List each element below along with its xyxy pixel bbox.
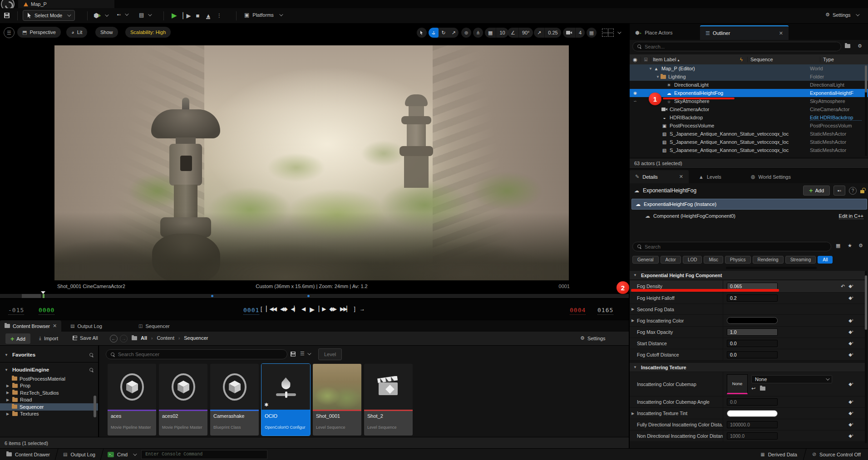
end-frame-field[interactable]: 0165 [597,307,613,315]
component-row[interactable]: ☁ Component (HeightFogComponent0) Edit i… [631,210,867,221]
output-log-button[interactable]: ▤ Output Log [57,452,102,457]
tab-world-settings[interactable]: ◍ World Settings [745,170,796,183]
perspective-button[interactable]: ⬒ Perspective [17,27,61,38]
asset-tile-aces[interactable]: acesMovie Pipeline Master [108,364,156,436]
cubemap-dropdown[interactable]: None [751,375,832,383]
eye-column-icon[interactable]: ◉ [630,57,641,63]
browse-to-asset-icon[interactable] [760,386,765,391]
keyframe-icon[interactable]: + [848,400,853,404]
prop-fog-cutoff-distance[interactable]: Fog Cutoff Distance 0.0 + [630,349,866,361]
outliner-settings-icon[interactable]: ⚙ [858,43,862,49]
close-icon[interactable]: ✕ [53,323,57,329]
to-end-button[interactable]: ▶▶▏ [340,306,350,313]
expander-icon[interactable]: ▼ [656,75,661,79]
chip-actor[interactable]: Actor [661,256,681,264]
keyframe-icon[interactable]: + [848,318,853,323]
chip-misc[interactable]: Misc [704,256,723,264]
start-frame-field[interactable]: 0000 [39,307,54,315]
tab-place-actors[interactable]: ⬢+ Place Actors [630,25,678,40]
prop-fog-height-falloff[interactable]: Fog Height Falloff 0.2 + [630,293,866,304]
asset-search-bar[interactable] [106,349,287,359]
create-folder-icon[interactable]: + [845,44,851,49]
cmd-button[interactable]: >_ Cmd [102,452,141,457]
favorites-star-icon[interactable]: ★ [848,243,852,249]
import-button[interactable]: ⤓ Import [39,335,58,341]
outliner-row-postprocessvolume[interactable]: ▣ PostProcessVolume PostProcessVolum [630,122,868,130]
search-icon[interactable] [89,353,94,357]
console-command-bar[interactable] [141,450,267,459]
outliner-search-bar[interactable] [632,42,841,51]
chip-rendering[interactable]: Rendering [753,256,784,264]
outliner-scrollbar[interactable] [865,65,867,156]
outliner-row-hdribackdrop[interactable]: ◒ HDRIBackdrop Edit HDRIBackdrop [630,113,868,122]
end-frame-red-field[interactable]: 0004 [570,307,586,315]
eye-icon[interactable]: ◉ [632,91,638,95]
details-search-input[interactable] [645,244,826,250]
cinematics-button[interactable]: ▤ [139,12,151,18]
scale-snap-control[interactable]: ↗ 0.25 [534,28,561,38]
pin-column-icon[interactable]: ⍗ [641,57,651,63]
console-command-input[interactable] [145,452,263,457]
expander-icon[interactable]: ▶ [631,307,634,311]
tab-content-browser[interactable]: Content Browser ✕ [0,320,61,332]
chip-general[interactable]: General [632,256,659,264]
prop-non-directional-distance[interactable]: Non Directional Inscattering Color Dista… [630,431,866,442]
keyframe-icon[interactable]: + [848,296,853,300]
fully-directional-input[interactable]: 100000.0 [727,421,778,428]
derived-data-button[interactable]: ▦ Derived Data [753,452,804,457]
select-tool-button[interactable] [417,28,427,38]
level-filter-chip[interactable]: Level [318,348,342,360]
shot-marker-dot[interactable] [307,295,310,297]
preroll-frame-field[interactable]: -015 [8,307,24,315]
section-inscattering-texture[interactable]: ▼ Inscattering Texture [630,363,866,372]
move-tool-button[interactable] [429,28,439,38]
show-button[interactable]: Show [95,27,118,38]
section-exponential-height-fog[interactable]: ▼ Exponential Height Fog Component [630,271,866,280]
keyframe-icon[interactable]: + [848,330,853,334]
scalability-button[interactable]: Scalability: High [125,27,171,38]
expander-icon[interactable]: ▶ [631,318,634,323]
prop-fog-max-opacity[interactable]: Fog Max Opacity 1.0 + [630,327,866,338]
use-selected-asset-icon[interactable]: ↩ [751,386,755,391]
chip-physics[interactable]: Physics [725,256,750,264]
play-button[interactable]: ▶ [172,11,177,20]
tab-outliner[interactable]: ☰ Outliner ✕ [700,25,789,40]
add-component-button[interactable]: + Add [803,186,830,196]
step-forward-button[interactable]: ▏▶ [319,306,325,313]
filter-button[interactable]: ☰ [300,351,310,357]
viewport-layout-button[interactable] [602,29,620,37]
tab-details[interactable]: ✎ Details ✕ [630,170,689,183]
houdini-header[interactable]: ▼ HoudiniEngine [0,364,98,375]
outliner-row-lighting[interactable]: ▼ Lighting Folder [630,73,868,81]
asset-search-input[interactable] [118,352,282,357]
color-swatch-white[interactable] [727,410,778,417]
prop-fog-inscattering-color[interactable]: ▶ Fog Inscattering Color + [630,315,866,327]
favorites-header[interactable]: ▼ Favorites [0,349,98,360]
fog-max-opacity-input[interactable]: 1.0 [727,328,778,336]
keyframe-icon[interactable]: + [848,434,853,438]
prop-inscattering-texture-tint[interactable]: ▶ Inscattering Texture Tint + [630,408,866,419]
loop-button[interactable]: → [360,306,365,313]
edit-hdribackdrop-link[interactable]: Edit HDRIBackdrop [810,115,862,121]
fog-height-falloff-input[interactable]: 0.2 [727,294,778,302]
prop-fully-directional-distance[interactable]: Fully Directional Inscattering Color Dis… [630,419,866,431]
tab-output-log[interactable]: ▤ Output Log [66,320,107,332]
unlock-icon[interactable] [860,190,864,193]
cubemap-thumbnail[interactable]: None [727,374,748,394]
surface-snap-button[interactable]: ⋔ [473,28,483,38]
display-options-icon[interactable]: ▦ [836,243,840,249]
details-settings-icon[interactable]: ⚙ [858,243,863,249]
keyframe-icon[interactable]: + [848,382,853,387]
current-frame-field[interactable]: 0001 [243,307,259,315]
keyframe-icon[interactable]: + [848,284,853,289]
non-directional-input[interactable]: 1000.0 [727,432,778,440]
chip-streaming[interactable]: Streaming [785,256,816,264]
color-swatch-black[interactable] [727,317,778,324]
tab-sequencer[interactable]: ◫ Sequencer [134,320,174,332]
asset-tile-camerashake[interactable]: CamerashakeBlueprint Class [210,364,259,436]
timeline-scrub-bar[interactable] [0,294,629,298]
outliner-row-map-p[interactable]: ▼ ▲ Map_P (Editor) World [630,64,868,73]
folder-road[interactable]: ▶Road [0,396,98,404]
bracket-out-button[interactable]: ] [354,306,355,313]
reset-icon[interactable]: ↶ [841,284,845,289]
